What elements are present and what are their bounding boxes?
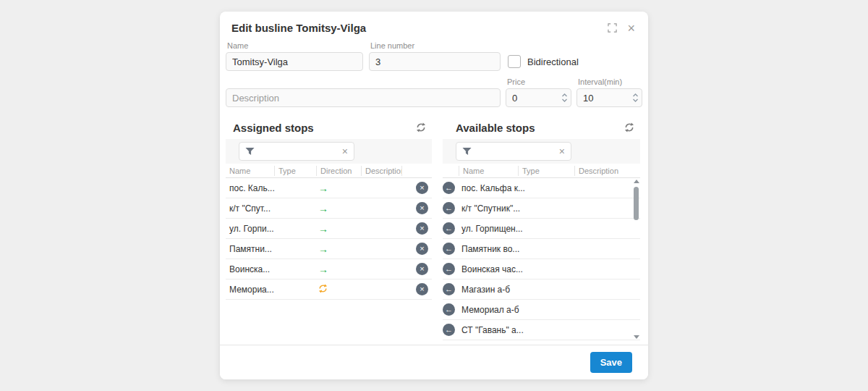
assigned-filter-bar: × bbox=[226, 139, 432, 164]
direction-forward-icon: → bbox=[318, 243, 328, 255]
stop-name: Памятник во... bbox=[459, 244, 519, 254]
remove-stop-button[interactable]: × bbox=[416, 263, 428, 275]
column-header-actions bbox=[401, 166, 432, 176]
remove-stop-button[interactable]: × bbox=[416, 243, 428, 255]
assigned-stops-title: Assigned stops bbox=[233, 122, 314, 134]
column-header-actions bbox=[443, 166, 459, 176]
stop-name: Воинская час... bbox=[459, 264, 523, 274]
stop-name: Магазин а-б bbox=[459, 285, 510, 295]
direction-both-icon bbox=[318, 284, 328, 293]
direction-forward-icon: → bbox=[318, 223, 328, 235]
row-actions: ← bbox=[443, 283, 459, 295]
remove-stop-button[interactable]: × bbox=[416, 202, 428, 214]
scrollbar-thumb[interactable] bbox=[634, 187, 639, 220]
column-header-description[interactable]: Description bbox=[361, 166, 401, 176]
column-header-description[interactable]: Description bbox=[574, 166, 640, 176]
remove-stop-button[interactable]: × bbox=[416, 283, 428, 295]
interval-spinner-icon[interactable] bbox=[632, 93, 639, 103]
add-stop-button[interactable]: ← bbox=[443, 324, 455, 336]
assigned-stops-panel: Assigned stops × Name Type Direction bbox=[226, 116, 432, 340]
available-filter-bar: × bbox=[443, 139, 640, 164]
assigned-filter-input[interactable]: × bbox=[239, 142, 354, 161]
direction-forward-icon: → bbox=[318, 264, 328, 275]
assigned-stop-row: Воинска...→× bbox=[226, 259, 432, 279]
add-stop-button[interactable]: ← bbox=[443, 283, 455, 295]
row-actions: × bbox=[401, 222, 432, 235]
refresh-icon[interactable] bbox=[623, 121, 636, 134]
assigned-stop-row: Памятни...→× bbox=[226, 239, 432, 259]
stop-direction: → bbox=[316, 223, 361, 235]
stop-name: Мемориал а-б bbox=[459, 305, 519, 315]
close-icon[interactable]: × bbox=[627, 23, 635, 33]
assigned-stop-row: пос. Каль...→× bbox=[226, 178, 432, 198]
row-actions: × bbox=[401, 283, 432, 295]
line-number-input[interactable] bbox=[369, 52, 501, 71]
remove-stop-button[interactable]: × bbox=[416, 222, 428, 235]
direction-forward-icon: → bbox=[318, 182, 328, 194]
available-stops-title: Available stops bbox=[456, 122, 535, 134]
stop-name: Воинска... bbox=[226, 264, 274, 274]
stop-name: Мемориа... bbox=[226, 285, 274, 295]
busline-form: Name Line number Bidirectional Price bbox=[220, 41, 648, 107]
available-stops-panel: Available stops × Name Type Descript bbox=[443, 116, 640, 340]
clear-filter-icon[interactable]: × bbox=[559, 147, 565, 156]
row-actions: × bbox=[401, 243, 432, 255]
stop-name: ул. Горпи... bbox=[226, 224, 274, 234]
available-stop-row: ←пос. Кальфа к... bbox=[443, 178, 640, 198]
scroll-down-icon[interactable] bbox=[634, 335, 639, 339]
column-header-type[interactable]: Type bbox=[518, 166, 574, 176]
direction-forward-icon: → bbox=[318, 203, 328, 214]
row-actions: ← bbox=[443, 263, 459, 275]
column-header-name[interactable]: Name bbox=[459, 166, 518, 176]
available-stop-row: ←Воинская час... bbox=[443, 259, 640, 279]
name-input[interactable] bbox=[226, 52, 363, 71]
assigned-stops-list: пос. Каль...→×к/т "Спут...→×ул. Горпи...… bbox=[226, 178, 432, 300]
row-actions: ← bbox=[443, 222, 459, 235]
stop-direction: → bbox=[316, 243, 361, 255]
edit-busline-dialog: Edit busline Tomitsy-Vilga × Name Line n… bbox=[220, 12, 648, 379]
expand-icon[interactable] bbox=[608, 23, 617, 33]
available-stop-row: ←СТ "Гавань" а... bbox=[443, 320, 640, 340]
bidirectional-checkbox[interactable] bbox=[508, 55, 521, 68]
add-stop-button[interactable]: ← bbox=[443, 182, 455, 194]
save-button[interactable]: Save bbox=[590, 352, 632, 373]
dialog-title: Edit busline Tomitsy-Vilga bbox=[231, 22, 366, 34]
stop-name: к/т "Спутник"... bbox=[459, 203, 520, 214]
funnel-icon[interactable] bbox=[462, 147, 472, 156]
stop-name: СТ "Гавань" а... bbox=[459, 325, 524, 335]
clear-filter-icon[interactable]: × bbox=[342, 147, 348, 156]
column-header-type[interactable]: Type bbox=[274, 166, 316, 176]
assigned-stop-row: Мемориа...× bbox=[226, 279, 432, 300]
available-stop-row: ←Магазин а-б bbox=[443, 279, 640, 300]
line-number-label: Line number bbox=[370, 41, 501, 50]
stop-name: к/т "Спут... bbox=[226, 203, 274, 214]
column-header-direction[interactable]: Direction bbox=[316, 166, 361, 176]
add-stop-button[interactable]: ← bbox=[443, 202, 455, 214]
stop-direction: → bbox=[316, 182, 361, 194]
row-actions: × bbox=[401, 202, 432, 214]
scrollbar[interactable] bbox=[632, 180, 640, 339]
available-stops-list: ←пос. Кальфа к...←к/т "Спутник"...←ул. Г… bbox=[443, 178, 640, 340]
stop-name: пос. Каль... bbox=[226, 183, 274, 193]
funnel-icon[interactable] bbox=[245, 147, 255, 156]
row-actions: × bbox=[401, 182, 432, 194]
add-stop-button[interactable]: ← bbox=[443, 243, 455, 255]
available-table-header: Name Type Description bbox=[443, 164, 640, 178]
stop-direction: → bbox=[316, 203, 361, 214]
remove-stop-button[interactable]: × bbox=[416, 182, 428, 194]
available-filter-input[interactable]: × bbox=[456, 142, 571, 161]
column-header-name[interactable]: Name bbox=[226, 166, 274, 176]
price-spinner-icon[interactable] bbox=[561, 93, 568, 103]
add-stop-button[interactable]: ← bbox=[443, 263, 455, 275]
name-label: Name bbox=[227, 41, 363, 50]
add-stop-button[interactable]: ← bbox=[443, 303, 455, 316]
description-input[interactable] bbox=[226, 88, 501, 107]
refresh-icon[interactable] bbox=[414, 121, 427, 134]
row-actions: ← bbox=[443, 182, 459, 194]
available-stop-row: ←к/т "Спутник"... bbox=[443, 198, 640, 219]
add-stop-button[interactable]: ← bbox=[443, 222, 455, 235]
stop-name: Памятни... bbox=[226, 244, 274, 254]
available-stop-row: ←Мемориал а-б bbox=[443, 300, 640, 320]
row-actions: ← bbox=[443, 324, 459, 336]
scroll-up-icon[interactable] bbox=[634, 180, 639, 183]
